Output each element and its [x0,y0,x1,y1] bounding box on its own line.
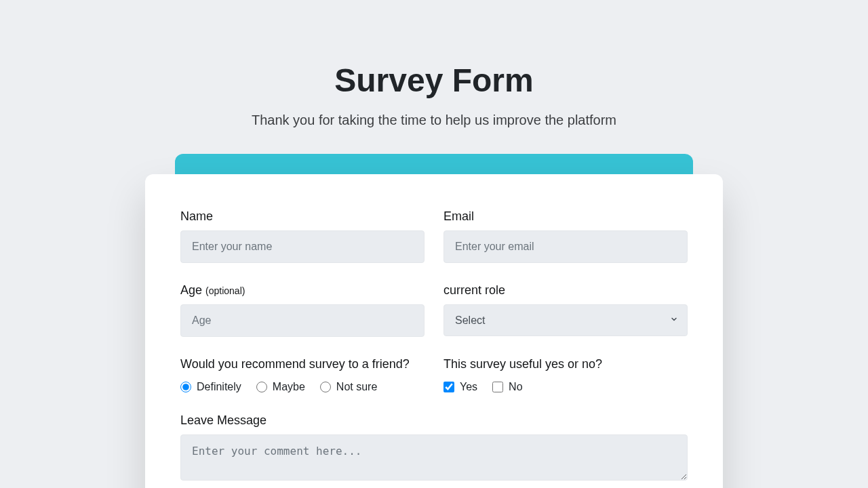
recommend-option-not-sure[interactable]: Not sure [320,381,377,393]
age-input[interactable] [180,304,425,337]
recommend-label-maybe: Maybe [273,381,305,393]
page-subtitle: Thank you for taking the time to help us… [252,113,616,128]
useful-label: This survey useful yes or no? [443,357,688,371]
message-textarea[interactable] [180,434,688,481]
name-label: Name [180,209,425,224]
email-label: Email [443,209,688,224]
recommend-radio-maybe[interactable] [256,382,267,392]
useful-checkbox-yes[interactable] [443,382,454,392]
recommend-label: Would you recommend survey to a friend? [180,357,425,371]
useful-option-yes[interactable]: Yes [443,381,477,393]
age-optional-label: (optional) [205,285,245,296]
email-input[interactable] [443,230,688,263]
recommend-label-not-sure: Not sure [336,381,377,393]
recommend-option-maybe[interactable]: Maybe [256,381,305,393]
message-label: Leave Message [180,413,688,428]
recommend-label-definitely: Definitely [197,381,241,393]
recommend-radio-not-sure[interactable] [320,382,331,392]
useful-option-no[interactable]: No [492,381,522,393]
role-select[interactable]: Select [443,304,688,336]
useful-label-no: No [509,381,522,393]
page-title: Survey Form [334,61,533,100]
useful-checkbox-no[interactable] [492,382,503,392]
age-label: Age (optional) [180,283,425,298]
recommend-option-definitely[interactable]: Definitely [180,381,241,393]
role-label: current role [443,283,688,298]
recommend-radio-definitely[interactable] [180,382,191,392]
name-input[interactable] [180,230,425,263]
useful-label-yes: Yes [460,381,477,393]
age-label-text: Age [180,283,202,297]
survey-card: Name Email Age (optional) [145,174,723,488]
